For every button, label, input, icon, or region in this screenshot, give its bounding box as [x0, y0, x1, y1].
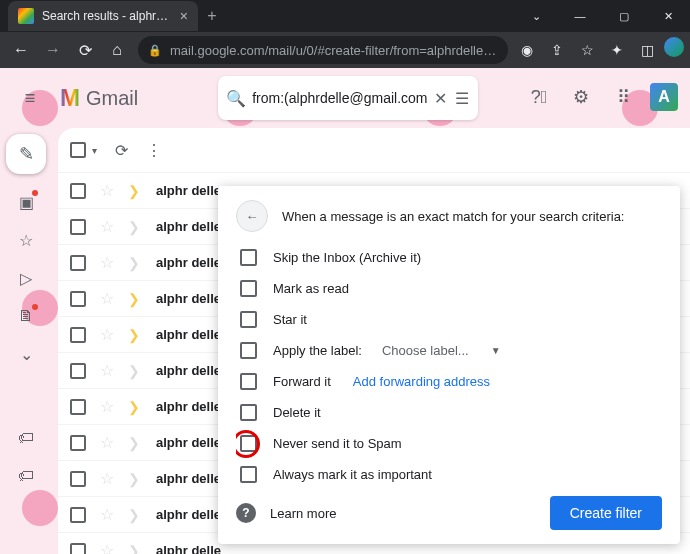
sender-name: alphr delle [156, 507, 221, 522]
select-all-checkbox[interactable] [70, 142, 86, 158]
close-icon[interactable]: × [180, 8, 188, 24]
option-select[interactable]: Choose label... [382, 343, 469, 358]
filter-option[interactable]: Mark as read [236, 273, 662, 304]
help-icon[interactable]: ?⃝ [524, 82, 554, 112]
alphr-extension-icon[interactable] [664, 37, 684, 57]
importance-icon[interactable]: ❯ [128, 219, 142, 235]
sent-icon[interactable]: ▷ [16, 268, 36, 288]
option-checkbox[interactable] [240, 435, 257, 452]
refresh-icon[interactable]: ⟳ [115, 141, 128, 160]
search-icon[interactable]: 🔍 [226, 89, 246, 108]
row-star-icon[interactable]: ☆ [100, 253, 114, 272]
filter-option[interactable]: Apply the label:Choose label...▼ [236, 335, 662, 366]
more-icon[interactable]: ⋮ [146, 141, 162, 160]
row-checkbox[interactable] [70, 363, 86, 379]
row-star-icon[interactable]: ☆ [100, 217, 114, 236]
option-link[interactable]: Add forwarding address [353, 374, 490, 389]
compose-button[interactable]: ✎ [6, 134, 46, 174]
cube-icon[interactable]: ◫ [634, 37, 660, 63]
row-star-icon[interactable]: ☆ [100, 433, 114, 452]
share-icon[interactable]: ⇪ [544, 37, 570, 63]
importance-icon[interactable]: ❯ [128, 327, 142, 343]
importance-icon[interactable]: ❯ [128, 399, 142, 415]
caret-down-icon[interactable]: ⌄ [514, 0, 558, 32]
row-checkbox[interactable] [70, 543, 86, 555]
search-input[interactable] [252, 90, 427, 106]
gmail-logo[interactable]: M Gmail [60, 84, 138, 112]
star-icon[interactable]: ☆ [574, 37, 600, 63]
option-checkbox[interactable] [240, 342, 257, 359]
label-icon[interactable]: 🏷 [16, 428, 36, 448]
drafts-icon[interactable]: 🗎 [16, 306, 36, 326]
filter-option[interactable]: Never send it to Spam [236, 428, 662, 459]
maximize-icon[interactable]: ▢ [602, 0, 646, 32]
alphr-logo[interactable]: A [650, 83, 678, 111]
learn-more-link[interactable]: Learn more [270, 506, 336, 521]
row-checkbox[interactable] [70, 327, 86, 343]
row-star-icon[interactable]: ☆ [100, 541, 114, 554]
create-filter-panel: ← When a message is an exact match for y… [218, 186, 680, 544]
row-checkbox[interactable] [70, 219, 86, 235]
row-star-icon[interactable]: ☆ [100, 397, 114, 416]
row-checkbox[interactable] [70, 255, 86, 271]
sender-name: alphr delle [156, 435, 221, 450]
search-box[interactable]: 🔍 ✕ ☰ [218, 76, 478, 120]
row-star-icon[interactable]: ☆ [100, 181, 114, 200]
option-checkbox[interactable] [240, 466, 257, 483]
apps-grid-icon[interactable]: ⠿ [608, 82, 638, 112]
row-star-icon[interactable]: ☆ [100, 325, 114, 344]
row-checkbox[interactable] [70, 507, 86, 523]
row-checkbox[interactable] [70, 291, 86, 307]
starred-icon[interactable]: ☆ [16, 230, 36, 250]
reload-icon[interactable]: ⟳ [70, 35, 100, 65]
label2-icon[interactable]: 🏷 [16, 466, 36, 486]
importance-icon[interactable]: ❯ [128, 543, 142, 555]
filter-option[interactable]: Always mark it as important [236, 459, 662, 486]
select-dropdown-icon[interactable]: ▾ [92, 145, 97, 156]
option-checkbox[interactable] [240, 311, 257, 328]
importance-icon[interactable]: ❯ [128, 183, 142, 199]
filter-option[interactable]: Forward itAdd forwarding address [236, 366, 662, 397]
help-badge-icon[interactable]: ? [236, 503, 256, 523]
create-filter-button[interactable]: Create filter [550, 496, 662, 530]
window-close-icon[interactable]: ✕ [646, 0, 690, 32]
importance-icon[interactable]: ❯ [128, 291, 142, 307]
option-checkbox[interactable] [240, 373, 257, 390]
extensions-icon[interactable]: ✦ [604, 37, 630, 63]
home-icon[interactable]: ⌂ [102, 35, 132, 65]
filter-option[interactable]: Delete it [236, 397, 662, 428]
importance-icon[interactable]: ❯ [128, 471, 142, 487]
row-checkbox[interactable] [70, 183, 86, 199]
filter-option[interactable]: Star it [236, 304, 662, 335]
browser-tab[interactable]: Search results - alphr101@gmail... × [8, 1, 198, 31]
row-checkbox[interactable] [70, 435, 86, 451]
chevron-down-icon[interactable]: ▼ [491, 345, 501, 356]
importance-icon[interactable]: ❯ [128, 435, 142, 451]
browser-titlebar: Search results - alphr101@gmail... × + ⌄… [0, 0, 690, 32]
option-checkbox[interactable] [240, 249, 257, 266]
option-checkbox[interactable] [240, 404, 257, 421]
expand-icon[interactable]: ⌄ [16, 344, 36, 364]
minimize-icon[interactable]: — [558, 0, 602, 32]
importance-icon[interactable]: ❯ [128, 507, 142, 523]
back-icon[interactable]: ← [6, 35, 36, 65]
row-star-icon[interactable]: ☆ [100, 289, 114, 308]
importance-icon[interactable]: ❯ [128, 255, 142, 271]
search-options-icon[interactable]: ☰ [455, 89, 471, 108]
importance-icon[interactable]: ❯ [128, 363, 142, 379]
option-checkbox[interactable] [240, 280, 257, 297]
url-bar[interactable]: 🔒 mail.google.com/mail/u/0/#create-filte… [138, 36, 508, 64]
row-star-icon[interactable]: ☆ [100, 505, 114, 524]
gear-icon[interactable]: ⚙ [566, 82, 596, 112]
row-star-icon[interactable]: ☆ [100, 469, 114, 488]
row-checkbox[interactable] [70, 471, 86, 487]
eye-icon[interactable]: ◉ [514, 37, 540, 63]
new-tab-button[interactable]: + [198, 7, 226, 25]
menu-icon[interactable]: ≡ [10, 88, 50, 109]
panel-back-button[interactable]: ← [236, 200, 268, 232]
row-star-icon[interactable]: ☆ [100, 361, 114, 380]
filter-option[interactable]: Skip the Inbox (Archive it) [236, 242, 662, 273]
clear-search-icon[interactable]: ✕ [433, 89, 449, 108]
inbox-icon[interactable]: ▣ [16, 192, 36, 212]
row-checkbox[interactable] [70, 399, 86, 415]
